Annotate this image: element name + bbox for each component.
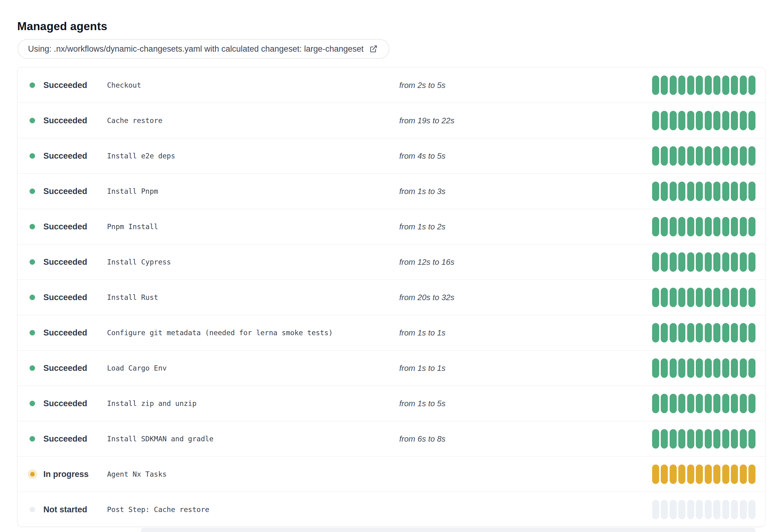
progress-bar-segment — [740, 146, 747, 166]
progress-bar-segment — [652, 75, 659, 95]
progress-bar-segment — [652, 323, 659, 343]
progress-bar-segment — [722, 394, 729, 413]
progress-bar-segment — [722, 500, 729, 519]
agent-step-row[interactable]: Not started Post Step: Cache restore — [17, 492, 765, 527]
status-dot — [29, 118, 35, 123]
progress-bar-segment — [696, 323, 703, 343]
status-dot — [29, 295, 35, 300]
agent-progress-bars — [652, 75, 756, 95]
progress-bar-segment — [652, 182, 659, 201]
step-duration-range: from 1s to 1s — [399, 364, 445, 373]
progress-bar-segment — [713, 323, 720, 343]
progress-bar-segment — [740, 500, 747, 519]
progress-bar-segment — [713, 217, 720, 237]
agent-step-row[interactable]: Succeeded Install Pnpm from 1s to 3s — [17, 173, 765, 209]
agent-step-row[interactable]: Succeeded Install e2e deps from 4s to 5s — [17, 138, 765, 173]
agent-step-row[interactable]: Succeeded Load Cargo Env from 1s to 1s — [17, 350, 765, 386]
progress-bar-segment — [740, 111, 747, 130]
step-name: Install e2e deps — [107, 152, 175, 160]
status-dot — [29, 153, 35, 159]
progress-bar-segment — [678, 111, 685, 130]
status-label: Succeeded — [43, 80, 87, 90]
progress-bar-segment — [696, 359, 703, 378]
progress-bar-segment — [652, 359, 659, 378]
progress-bar-segment — [713, 111, 720, 130]
status-label: Succeeded — [43, 399, 87, 408]
progress-bar-segment — [713, 464, 720, 484]
workflow-banner-link[interactable]: Using: .nx/workflows/dynamic-changesets.… — [17, 39, 390, 59]
progress-bar-segment — [722, 464, 729, 484]
step-name: Configure git metadata (needed for lerna… — [107, 329, 333, 337]
agent-step-row[interactable]: Succeeded Cache restore from 19s to 22s — [17, 103, 765, 138]
progress-bar-segment — [687, 253, 694, 272]
progress-bar-segment — [696, 146, 703, 166]
progress-bar-segment — [705, 464, 712, 484]
progress-bar-segment — [731, 359, 738, 378]
agent-step-row[interactable]: Succeeded Configure git metadata (needed… — [17, 315, 765, 350]
step-duration-range: from 1s to 5s — [399, 399, 445, 408]
step-duration-range: from 2s to 5s — [399, 80, 445, 90]
agent-step-row[interactable]: Succeeded Install Rust from 20s to 32s — [17, 279, 765, 315]
progress-bar-segment — [713, 500, 720, 519]
agent-step-row[interactable]: Succeeded Checkout from 2s to 5s — [17, 68, 765, 103]
page-title: Managed agents — [17, 20, 107, 33]
agent-step-row[interactable]: In progress Agent Nx Tasks — [17, 456, 765, 492]
progress-bar-segment — [661, 253, 668, 272]
progress-bar-segment — [678, 217, 685, 237]
progress-bar-segment — [705, 500, 712, 519]
progress-bar-segment — [670, 288, 677, 307]
progress-bar-segment — [661, 500, 668, 519]
progress-bar-segment — [661, 359, 668, 378]
status-dot — [29, 330, 35, 336]
progress-bar-segment — [748, 429, 756, 449]
progress-bar-segment — [713, 146, 720, 166]
progress-bar-segment — [661, 75, 668, 95]
progress-bar-segment — [652, 111, 659, 130]
progress-bar-segment — [678, 146, 685, 166]
agent-step-row[interactable]: Succeeded Install SDKMAN and gradle from… — [17, 421, 765, 456]
progress-bar-segment — [705, 253, 712, 272]
progress-bar-segment — [740, 217, 747, 237]
status-label: Succeeded — [43, 293, 87, 302]
progress-bar-segment — [670, 75, 677, 95]
progress-bar-segment — [678, 429, 685, 449]
progress-bar-segment — [696, 75, 703, 95]
progress-bar-segment — [661, 146, 668, 166]
progress-bar-segment — [670, 111, 677, 130]
progress-bar-segment — [678, 394, 685, 413]
next-section-edge — [141, 528, 756, 532]
agent-step-row[interactable]: Succeeded Install zip and unzip from 1s … — [17, 386, 765, 421]
progress-bar-segment — [748, 323, 756, 343]
progress-bar-segment — [687, 182, 694, 201]
status-dot — [29, 259, 35, 265]
progress-bar-segment — [678, 75, 685, 95]
external-link-icon[interactable] — [369, 44, 378, 53]
progress-bar-segment — [731, 464, 738, 484]
progress-bar-segment — [705, 182, 712, 201]
progress-bar-segment — [687, 111, 694, 130]
progress-bar-segment — [713, 75, 720, 95]
progress-bar-segment — [678, 500, 685, 519]
agent-progress-bars — [652, 182, 756, 201]
progress-bar-segment — [731, 288, 738, 307]
agents-list-card: Succeeded Checkout from 2s to 5s Succeed… — [17, 67, 765, 527]
status-label: Succeeded — [43, 222, 87, 232]
progress-bar-segment — [748, 288, 756, 307]
progress-bar-segment — [670, 323, 677, 343]
progress-bar-segment — [731, 429, 738, 449]
status-label: Succeeded — [43, 328, 87, 338]
agent-step-row[interactable]: Succeeded Install Cypress from 12s to 16… — [17, 244, 765, 279]
progress-bar-segment — [661, 111, 668, 130]
progress-bar-segment — [670, 394, 677, 413]
progress-bar-segment — [687, 75, 694, 95]
status-dot — [29, 188, 35, 194]
agent-progress-bars — [652, 500, 756, 519]
step-duration-range: from 6s to 8s — [399, 434, 445, 444]
step-name: Checkout — [107, 81, 141, 89]
step-duration-range: from 20s to 32s — [399, 293, 454, 302]
progress-bar-segment — [731, 75, 738, 95]
progress-bar-segment — [705, 323, 712, 343]
progress-bar-segment — [696, 394, 703, 413]
progress-bar-segment — [722, 323, 729, 343]
agent-step-row[interactable]: Succeeded Pnpm Install from 1s to 2s — [17, 209, 765, 244]
